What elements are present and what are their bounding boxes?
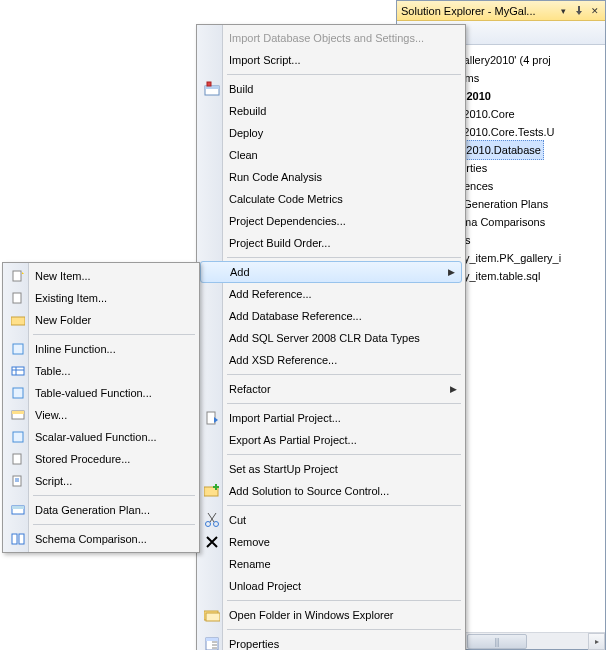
menu-item-clean[interactable]: Clean: [199, 144, 463, 166]
menu-item-stored-procedure[interactable]: Stored Procedure...: [5, 448, 197, 470]
panel-title: Solution Explorer - MyGal...: [401, 5, 553, 17]
menu-item-refactor[interactable]: Refactor▶: [199, 378, 463, 400]
close-icon[interactable]: ✕: [589, 5, 601, 17]
menu-item-import-partial[interactable]: Import Partial Project...: [199, 407, 463, 429]
menu-item-label: Open Folder in Windows Explorer: [229, 609, 393, 621]
menu-item-script[interactable]: Script...: [5, 470, 197, 492]
function-icon: [9, 340, 27, 358]
menu-item-label: Build: [229, 83, 253, 95]
menu-item-label: Add: [230, 266, 250, 278]
menu-item-schema-comparison[interactable]: Schema Comparison...: [5, 528, 197, 550]
svg-rect-32: [13, 293, 21, 303]
function-icon: [9, 384, 27, 402]
menu-item-calc-metrics[interactable]: Calculate Code Metrics: [199, 188, 463, 210]
pin-icon[interactable]: [573, 5, 585, 17]
svg-rect-34: [13, 344, 23, 354]
menu-item-label: Run Code Analysis: [229, 171, 322, 183]
menu-item-cut[interactable]: Cut: [199, 509, 463, 531]
menu-item-label: Import Database Objects and Settings...: [229, 32, 424, 44]
menu-item-label: Add Solution to Source Control...: [229, 485, 389, 497]
svg-rect-35: [12, 367, 24, 375]
menu-item-proj-deps[interactable]: Project Dependencies...: [199, 210, 463, 232]
existing-item-icon: [9, 289, 27, 307]
menu-item-view[interactable]: View...: [5, 404, 197, 426]
properties-icon: [203, 635, 221, 650]
svg-rect-31: [13, 271, 21, 281]
menu-item-label: Import Partial Project...: [229, 412, 341, 424]
menu-item-import-db: Import Database Objects and Settings...: [199, 27, 463, 49]
menu-item-deploy[interactable]: Deploy: [199, 122, 463, 144]
menu-separator: [33, 524, 195, 525]
svg-rect-38: [13, 388, 23, 398]
menu-item-add-ref[interactable]: Add Reference...: [199, 283, 463, 305]
menu-item-data-generation-plan[interactable]: Data Generation Plan...: [5, 499, 197, 521]
cut-icon: [203, 511, 221, 529]
menu-item-set-startup[interactable]: Set as StartUp Project: [199, 458, 463, 480]
menu-item-properties[interactable]: Properties: [199, 633, 463, 650]
menu-item-label: Rebuild: [229, 105, 266, 117]
menu-item-tvf[interactable]: Table-valued Function...: [5, 382, 197, 404]
scroll-right-button[interactable]: ▸: [588, 633, 605, 650]
scroll-thumb[interactable]: [467, 634, 527, 649]
menu-item-proj-build-order[interactable]: Project Build Order...: [199, 232, 463, 254]
menu-item-label: Remove: [229, 536, 270, 548]
svg-rect-49: [19, 534, 24, 544]
menu-item-label: Calculate Code Metrics: [229, 193, 343, 205]
svg-point-25: [206, 522, 211, 527]
menu-item-open-folder[interactable]: Open Folder in Windows Explorer: [199, 604, 463, 626]
menu-item-rebuild[interactable]: Rebuild: [199, 100, 463, 122]
menu-item-remove[interactable]: Remove: [199, 531, 463, 553]
menu-separator: [227, 600, 461, 601]
svg-rect-23: [207, 412, 215, 424]
svg-rect-22: [207, 82, 211, 86]
menu-item-build[interactable]: Build: [199, 78, 463, 100]
new-item-icon: [9, 267, 27, 285]
menu-separator: [227, 403, 461, 404]
menu-item-svf[interactable]: Scalar-valued Function...: [5, 426, 197, 448]
view-icon: [9, 406, 27, 424]
folder-plus-icon: [203, 482, 221, 500]
menu-item-import-script[interactable]: Import Script...: [199, 49, 463, 71]
svg-point-26: [214, 522, 219, 527]
schemacmp-icon: [9, 530, 27, 548]
sp-icon: [9, 450, 27, 468]
menu-item-label: Export As Partial Project...: [229, 434, 357, 446]
menu-item-run-code-analysis[interactable]: Run Code Analysis: [199, 166, 463, 188]
remove-icon: [203, 533, 221, 551]
menu-item-existing-item[interactable]: Existing Item...: [5, 287, 197, 309]
menu-item-new-folder[interactable]: New Folder: [5, 309, 197, 331]
menu-item-new-item[interactable]: New Item...: [5, 265, 197, 287]
menu-item-add[interactable]: Add▶: [200, 261, 462, 283]
menu-item-unload[interactable]: Unload Project: [199, 575, 463, 597]
menu-item-label: Project Dependencies...: [229, 215, 346, 227]
menu-separator: [227, 454, 461, 455]
menu-item-label: Add XSD Reference...: [229, 354, 337, 366]
panel-titlebar: Solution Explorer - MyGal... ▾ ✕: [397, 1, 605, 21]
menu-item-add-clr[interactable]: Add SQL Server 2008 CLR Data Types: [199, 327, 463, 349]
menu-item-label: Unload Project: [229, 580, 301, 592]
menu-item-add-xsd[interactable]: Add XSD Reference...: [199, 349, 463, 371]
menu-item-add-to-scc[interactable]: Add Solution to Source Control...: [199, 480, 463, 502]
function-icon: [9, 428, 27, 446]
menu-separator: [227, 74, 461, 75]
menu-item-inline-function[interactable]: Inline Function...: [5, 338, 197, 360]
datagen-icon: [9, 501, 27, 519]
menu-item-table[interactable]: Table...: [5, 360, 197, 382]
menu-item-rename[interactable]: Rename: [199, 553, 463, 575]
svg-rect-42: [13, 454, 21, 464]
new-folder-icon: [9, 311, 27, 329]
svg-rect-48: [12, 534, 17, 544]
table-icon: [9, 362, 27, 380]
menu-item-add-db-ref[interactable]: Add Database Reference...: [199, 305, 463, 327]
menu-item-label: Deploy: [229, 127, 263, 139]
menu-item-label: Add Reference...: [229, 288, 312, 300]
menu-item-label: Add Database Reference...: [229, 310, 362, 322]
svg-rect-41: [13, 432, 23, 442]
build-icon: [203, 80, 221, 98]
menu-item-label: Clean: [229, 149, 258, 161]
svg-rect-33: [11, 317, 25, 325]
svg-rect-47: [12, 506, 24, 509]
menu-item-label: Properties: [229, 638, 279, 650]
menu-item-export-partial[interactable]: Export As Partial Project...: [199, 429, 463, 451]
dropdown-icon[interactable]: ▾: [557, 5, 569, 17]
